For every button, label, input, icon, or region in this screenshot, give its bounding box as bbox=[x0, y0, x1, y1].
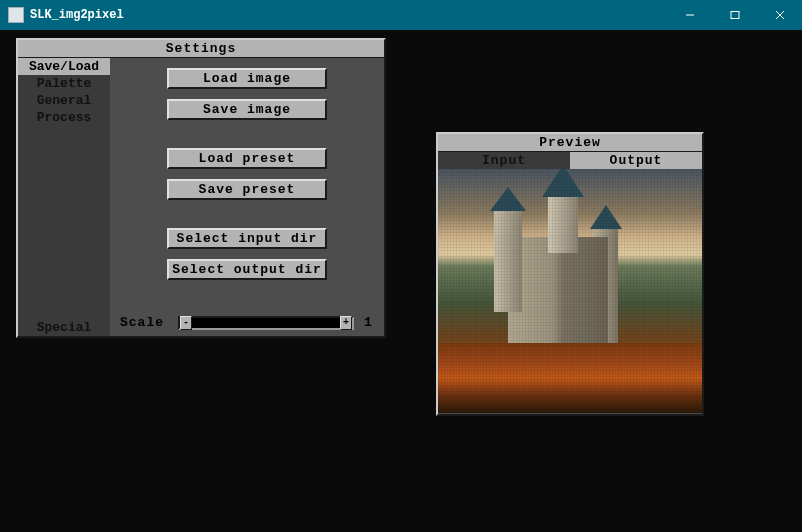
preview-tab-output[interactable]: Output bbox=[570, 152, 702, 169]
window-titlebar: SLK_img2pixel bbox=[0, 0, 802, 30]
tab-process[interactable]: Process bbox=[18, 109, 110, 126]
preview-title: Preview bbox=[438, 134, 702, 152]
tab-special[interactable]: Special bbox=[18, 319, 110, 336]
save-image-button[interactable]: Save image bbox=[167, 99, 327, 120]
tab-palette[interactable]: Palette bbox=[18, 75, 110, 92]
window-title: SLK_img2pixel bbox=[30, 8, 667, 22]
maximize-button[interactable] bbox=[712, 0, 757, 30]
app-icon bbox=[8, 7, 24, 23]
load-preset-button[interactable]: Load preset bbox=[167, 148, 327, 169]
scale-slider[interactable]: - + bbox=[178, 316, 354, 330]
select-input-dir-button[interactable]: Select input dir bbox=[167, 228, 327, 249]
close-button[interactable] bbox=[757, 0, 802, 30]
load-image-button[interactable]: Load image bbox=[167, 68, 327, 89]
scale-value: 1 bbox=[362, 315, 374, 330]
scale-label: Scale bbox=[120, 315, 170, 330]
preview-image bbox=[438, 169, 702, 413]
tab-general[interactable]: General bbox=[18, 92, 110, 109]
settings-title: Settings bbox=[18, 40, 384, 58]
save-preset-button[interactable]: Save preset bbox=[167, 179, 327, 200]
scale-plus-button[interactable]: + bbox=[340, 316, 352, 330]
scale-minus-button[interactable]: - bbox=[180, 316, 192, 330]
settings-content: Load image Save image Load preset Save p… bbox=[110, 58, 384, 336]
settings-panel: Settings Save/Load Palette General Proce… bbox=[16, 38, 386, 338]
settings-sidebar: Save/Load Palette General Process Specia… bbox=[18, 58, 110, 336]
tab-save-load[interactable]: Save/Load bbox=[18, 58, 110, 75]
window-controls bbox=[667, 0, 802, 30]
minimize-button[interactable] bbox=[667, 0, 712, 30]
preview-tab-input[interactable]: Input bbox=[438, 152, 570, 169]
preview-panel: Preview Input Output bbox=[436, 132, 704, 416]
scale-row: Scale - + 1 bbox=[120, 315, 374, 330]
svg-rect-1 bbox=[731, 12, 739, 19]
select-output-dir-button[interactable]: Select output dir bbox=[167, 259, 327, 280]
